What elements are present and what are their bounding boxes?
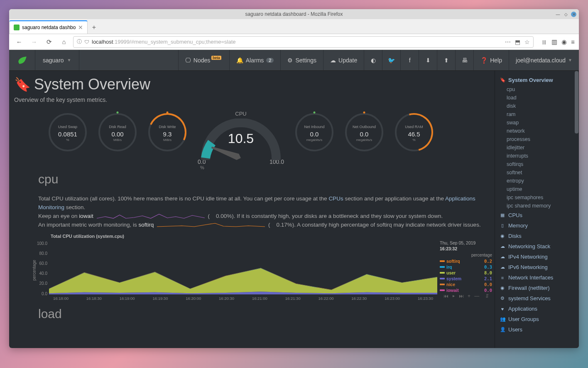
- gauge-disk-read[interactable]: Disk Read 0.00 MiB/s: [96, 113, 139, 162]
- chart-plot: [49, 239, 437, 296]
- library-icon[interactable]: ⫼: [541, 38, 547, 46]
- rightnav-sub-disk[interactable]: disk: [495, 102, 574, 110]
- legend-item[interactable]: nice0.0: [440, 282, 492, 287]
- dot-icon: [314, 111, 316, 114]
- rightnav-sub-ram[interactable]: ram: [495, 110, 574, 119]
- new-tab-button[interactable]: +: [88, 21, 100, 34]
- legend-item[interactable]: irq0.3: [440, 264, 492, 270]
- sidebar-icon[interactable]: ▥: [551, 38, 557, 46]
- rightnav-user-groups[interactable]: 👥User Groups: [495, 314, 574, 324]
- gauge-net-outbound[interactable]: Net Outbound 0.0 megabits/s: [343, 113, 385, 162]
- x-axis: 16:18:0016:18:3016:19:0016:19:3016:20:00…: [49, 296, 437, 301]
- rightnav-sub-swap[interactable]: swap: [495, 119, 574, 127]
- rightnav-sub-interrupts[interactable]: interrupts: [495, 152, 574, 160]
- print-button[interactable]: 🖶: [455, 50, 473, 70]
- user-dropdown[interactable]: joel@netdata.cloud▼: [509, 50, 579, 70]
- dot-icon: [117, 111, 119, 114]
- rightnav-sub-load[interactable]: load: [495, 94, 574, 102]
- update-button[interactable]: ☁ Update: [323, 50, 364, 70]
- rightnav-sub-entropy[interactable]: entropy: [495, 177, 574, 185]
- minimize-icon[interactable]: —: [555, 12, 561, 17]
- rightnav-applications[interactable]: ♥Applications: [495, 304, 574, 314]
- rightnav-sub-cpu[interactable]: cpu: [495, 85, 574, 94]
- legend-item[interactable]: iowait0.0: [440, 287, 492, 293]
- rightnav-sub-softnet[interactable]: softnet: [495, 168, 574, 177]
- dot-icon: [363, 111, 365, 114]
- chart-controls[interactable]: ⏮ ▶ ⏭ + — ⇵: [440, 293, 492, 299]
- url-input[interactable]: ⓘ 🛡 localhost:19999/#menu_system_submenu…: [73, 36, 534, 48]
- rightnav-sub-idlejitter[interactable]: idlejitter: [495, 143, 574, 152]
- maximize-icon[interactable]: ◇: [563, 12, 568, 17]
- rightnav-network-interfaces[interactable]: ≡Network Interfaces: [495, 272, 574, 283]
- rightnav-users[interactable]: 👤Users: [495, 324, 574, 335]
- tab-close-icon[interactable]: ✕: [78, 24, 83, 31]
- softirq-sparkline: [157, 222, 265, 228]
- gauge-used-swap[interactable]: Used Swap 0.0851 %: [47, 113, 89, 162]
- gauge-disk-write[interactable]: Disk Write 9.3 MiB/s: [146, 113, 189, 162]
- legend-item[interactable]: system2.1: [440, 276, 492, 282]
- rightnav-networking-stack[interactable]: ☁Networking Stack: [495, 241, 574, 252]
- cpu-heading: cpu: [14, 172, 495, 186]
- rightnav-sub-ipc-semaphores[interactable]: ipc semaphores: [495, 193, 574, 202]
- rightnav-sub-uptime[interactable]: uptime: [495, 185, 574, 193]
- load-heading: load: [14, 307, 495, 321]
- monitor-icon: 🖵: [185, 57, 191, 64]
- cpus-link[interactable]: CPUs: [328, 195, 343, 202]
- bookmark-star-icon[interactable]: ☆: [524, 39, 530, 45]
- settings-button[interactable]: ⚙ Settings: [280, 50, 323, 70]
- rightnav-systemd-services[interactable]: ⚙systemd Services: [495, 293, 574, 304]
- tab-title: saguaro netdata dashbo: [22, 25, 76, 30]
- help-button[interactable]: ❓ Help: [473, 50, 509, 70]
- forward-button[interactable]: →: [28, 36, 40, 48]
- netdata-logo[interactable]: [9, 55, 35, 66]
- back-button[interactable]: ←: [13, 36, 25, 48]
- cloud-icon: ☁: [330, 57, 336, 64]
- rightnav-sub-ipc-shared-memory[interactable]: ipc shared memory: [495, 202, 574, 210]
- nodes-button[interactable]: 🖵 Nodesbeta: [178, 50, 229, 70]
- question-icon: ❓: [480, 57, 488, 64]
- gauges-row: Used Swap 0.0851 % Disk Read 0.00 MiB/s: [14, 111, 495, 165]
- rightnav-disks[interactable]: ◉Disks: [495, 231, 574, 241]
- info-icon[interactable]: ⓘ: [77, 38, 82, 45]
- download-button[interactable]: ⬇: [419, 50, 437, 70]
- rightnav-ipv6-networking[interactable]: ☁IPv6 Networking: [495, 262, 574, 272]
- alarms-button[interactable]: 🔔 Alarms 2: [229, 50, 281, 70]
- close-icon[interactable]: ✕: [571, 12, 576, 17]
- pocket-icon[interactable]: ⬒: [515, 39, 520, 45]
- github-link[interactable]: ◐: [364, 50, 382, 70]
- account-icon[interactable]: ◉: [561, 38, 567, 46]
- rightnav-sub-processes[interactable]: processes: [495, 135, 574, 143]
- bell-icon: 🔔: [236, 57, 243, 64]
- rightnav-memory[interactable]: ▯Memory: [495, 220, 574, 231]
- shield-icon[interactable]: 🛡: [84, 39, 89, 45]
- dot-icon: [167, 111, 169, 114]
- bookmark-icon: 🔖: [14, 77, 31, 92]
- rightnav-sub-softirqs[interactable]: softirqs: [495, 160, 574, 168]
- cpu-chart[interactable]: Total CPU utilization (system.cpu) perce…: [14, 234, 495, 302]
- download-icon: ⬇: [426, 57, 431, 64]
- home-button[interactable]: ⌂: [58, 36, 70, 48]
- rightnav-system-overview[interactable]: 🔖System Overview: [495, 75, 574, 85]
- upload-button[interactable]: ⬆: [437, 50, 455, 70]
- browser-tab[interactable]: saguaro netdata dashbo ✕: [9, 20, 88, 34]
- svg-marker-0: [211, 144, 242, 160]
- gauge-used-ram[interactable]: Used RAM 46.5 %: [393, 113, 435, 162]
- rightnav-ipv4-networking[interactable]: ☁IPv4 Networking: [495, 252, 574, 262]
- legend-item[interactable]: softirq0.2: [440, 258, 492, 264]
- legend-item[interactable]: user8.0: [440, 270, 492, 276]
- rightnav-sub-network[interactable]: network: [495, 127, 574, 135]
- rightnav-cpus[interactable]: ▦CPUs: [495, 210, 574, 220]
- scrollbar[interactable]: [574, 71, 579, 348]
- cpu-description: Total CPU utilization (all cores). 100% …: [14, 195, 495, 230]
- facebook-link[interactable]: f: [400, 50, 419, 70]
- browser-tabs: saguaro netdata dashbo ✕ +: [9, 19, 579, 34]
- more-icon[interactable]: ⋯: [505, 39, 511, 45]
- gauge-cpu[interactable]: CPU 10.5 0.0 100: [196, 111, 286, 165]
- menu-icon[interactable]: ≡: [571, 38, 575, 46]
- twitter-link[interactable]: 🐦: [382, 50, 400, 70]
- gear-icon: ⚙: [287, 57, 293, 64]
- reload-button[interactable]: ⟳: [43, 36, 55, 48]
- rightnav-firewall-netfilter-[interactable]: ◉Firewall (netfilter): [495, 283, 574, 293]
- host-dropdown[interactable]: saguaro▼: [35, 50, 79, 70]
- gauge-net-inbound[interactable]: Net Inbound 0.0 megabits/s: [293, 113, 336, 162]
